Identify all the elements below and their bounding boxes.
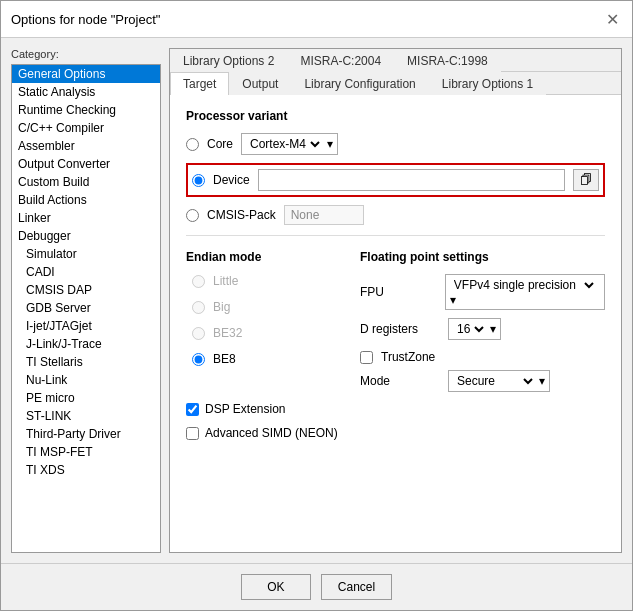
endian-label-be32: BE32 <box>213 326 242 340</box>
options-dialog: Options for node "Project" ✕ Category: G… <box>0 0 633 611</box>
sidebar-item-ti-stellaris[interactable]: TI Stellaris <box>12 353 160 371</box>
core-dropdown[interactable]: Cortex-M4 ▾ <box>241 133 338 155</box>
tab-row-bottom: TargetOutputLibrary ConfigurationLibrary… <box>170 72 621 95</box>
fp-section: Floating point settings FPU NoneVFPv4 si… <box>360 250 605 392</box>
sidebar-item-ti-msp-fet[interactable]: TI MSP-FET <box>12 443 160 461</box>
cmsis-radio[interactable] <box>186 209 199 222</box>
dialog-title: Options for node "Project" <box>11 12 160 27</box>
processor-variant-title: Processor variant <box>186 109 605 123</box>
device-browse-button[interactable]: 🗍 <box>573 169 599 191</box>
endian-option-be8: BE8 <box>192 352 344 366</box>
sidebar-item-output-converter[interactable]: Output Converter <box>12 155 160 173</box>
category-label: Category: <box>11 48 161 60</box>
fpu-dropdown[interactable]: NoneVFPv4 single precisionVFPv4 double p… <box>445 274 605 310</box>
device-label[interactable]: Device <box>213 173 250 187</box>
mode-row: Mode SecureNon-secure ▾ <box>360 370 605 392</box>
close-button[interactable]: ✕ <box>602 9 622 29</box>
endian-label-big: Big <box>213 300 230 314</box>
dregs-row: D registers 1632 ▾ <box>360 318 605 340</box>
sidebar-item-assembler[interactable]: Assembler <box>12 137 160 155</box>
sidebar-item-j-link-j-trace[interactable]: J-Link/J-Trace <box>12 335 160 353</box>
tab-row-top: Library Options 2MISRA-C:2004MISRA-C:199… <box>170 49 621 72</box>
endian-label-be8: BE8 <box>213 352 236 366</box>
device-input[interactable]: GD GD32F450xK <box>258 169 565 191</box>
tab-library-options-1[interactable]: Library Options 1 <box>429 72 546 95</box>
main-panel: Library Options 2MISRA-C:2004MISRA-C:199… <box>169 48 622 553</box>
core-select[interactable]: Cortex-M4 <box>246 136 323 152</box>
tab-misra-c-2004[interactable]: MISRA-C:2004 <box>287 49 394 72</box>
sidebar-item-c-c---compiler[interactable]: C/C++ Compiler <box>12 119 160 137</box>
tz-label[interactable]: TrustZone <box>381 350 435 364</box>
sidebar-item-debugger[interactable]: Debugger <box>12 227 160 245</box>
endian-title: Endian mode <box>186 250 344 264</box>
sidebar-item-nu-link[interactable]: Nu-Link <box>12 371 160 389</box>
sidebar-item-pe-micro[interactable]: PE micro <box>12 389 160 407</box>
sidebar-item-i-jet-jtagjet[interactable]: I-jet/JTAGjet <box>12 317 160 335</box>
core-label[interactable]: Core <box>207 137 233 151</box>
core-radio[interactable] <box>186 138 199 151</box>
dsp-label[interactable]: DSP Extension <box>205 402 286 416</box>
endian-radio-be32 <box>192 327 205 340</box>
simd-row: Advanced SIMD (NEON) <box>186 426 605 440</box>
tz-section: TrustZone Mode SecureNon-secure ▾ <box>360 350 605 392</box>
fp-grid: FPU NoneVFPv4 single precisionVFPv4 doub… <box>360 274 605 340</box>
dialog-body: Category: General OptionsStatic Analysis… <box>1 38 632 563</box>
dsp-checkbox[interactable] <box>186 403 199 416</box>
cmsis-row: CMSIS-Pack None <box>186 205 605 225</box>
sidebar-item-cadi[interactable]: CADI <box>12 263 160 281</box>
chevron-down-icon-fpu: ▾ <box>450 293 456 307</box>
endian-options: LittleBigBE32BE8 <box>186 274 344 374</box>
fpu-label: FPU <box>360 285 437 299</box>
fpu-select[interactable]: NoneVFPv4 single precisionVFPv4 double p… <box>450 277 597 293</box>
sidebar-item-build-actions[interactable]: Build Actions <box>12 191 160 209</box>
browse-icon: 🗍 <box>580 173 592 187</box>
tz-checkbox[interactable] <box>360 351 373 364</box>
ok-button[interactable]: OK <box>241 574 311 600</box>
title-bar: Options for node "Project" ✕ <box>1 1 632 38</box>
mode-label: Mode <box>360 374 440 388</box>
mode-select[interactable]: SecureNon-secure <box>453 373 536 389</box>
sidebar-item-custom-build[interactable]: Custom Build <box>12 173 160 191</box>
divider <box>186 235 605 236</box>
endian-radio-be8[interactable] <box>192 353 205 366</box>
endian-option-be32: BE32 <box>192 326 344 340</box>
endian-label-little: Little <box>213 274 238 288</box>
endian-option-little: Little <box>192 274 344 288</box>
device-row: Device GD GD32F450xK 🗍 <box>186 163 605 197</box>
tab-library-configuration[interactable]: Library Configuration <box>291 72 428 95</box>
sidebar-item-runtime-checking[interactable]: Runtime Checking <box>12 101 160 119</box>
tab-output[interactable]: Output <box>229 72 291 95</box>
device-radio[interactable] <box>192 174 205 187</box>
tab-library-options-2[interactable]: Library Options 2 <box>170 49 287 72</box>
simd-checkbox[interactable] <box>186 427 199 440</box>
sidebar-list: General OptionsStatic AnalysisRuntime Ch… <box>11 64 161 553</box>
dregs-select[interactable]: 1632 <box>453 321 487 337</box>
mode-dropdown[interactable]: SecureNon-secure ▾ <box>448 370 550 392</box>
tab-target[interactable]: Target <box>170 72 229 95</box>
cmsis-label[interactable]: CMSIS-Pack <box>207 208 276 222</box>
dialog-footer: OK Cancel <box>1 563 632 610</box>
cancel-button[interactable]: Cancel <box>321 574 392 600</box>
fp-title: Floating point settings <box>360 250 605 264</box>
dregs-label: D registers <box>360 322 440 336</box>
sidebar-item-gdb-server[interactable]: GDB Server <box>12 299 160 317</box>
sidebar-item-static-analysis[interactable]: Static Analysis <box>12 83 160 101</box>
sidebar-item-ti-xds[interactable]: TI XDS <box>12 461 160 479</box>
sidebar-item-cmsis-dap[interactable]: CMSIS DAP <box>12 281 160 299</box>
sidebar-item-third-party-driver[interactable]: Third-Party Driver <box>12 425 160 443</box>
panel-content: Processor variant Core Cortex-M4 ▾ De <box>170 95 621 552</box>
sidebar-item-general-options[interactable]: General Options <box>12 65 160 83</box>
simd-label[interactable]: Advanced SIMD (NEON) <box>205 426 338 440</box>
chevron-down-icon: ▾ <box>327 137 333 151</box>
endian-section: Endian mode LittleBigBE32BE8 <box>186 250 344 392</box>
dregs-dropdown[interactable]: 1632 ▾ <box>448 318 501 340</box>
chevron-down-icon-dregs: ▾ <box>490 322 496 336</box>
sidebar-item-linker[interactable]: Linker <box>12 209 160 227</box>
sidebar: Category: General OptionsStatic Analysis… <box>11 48 161 553</box>
sidebar-item-st-link[interactable]: ST-LINK <box>12 407 160 425</box>
sidebar-item-simulator[interactable]: Simulator <box>12 245 160 263</box>
fpu-row: FPU NoneVFPv4 single precisionVFPv4 doub… <box>360 274 605 310</box>
endian-radio-little <box>192 275 205 288</box>
tab-misra-c-1998[interactable]: MISRA-C:1998 <box>394 49 501 72</box>
endian-option-big: Big <box>192 300 344 314</box>
